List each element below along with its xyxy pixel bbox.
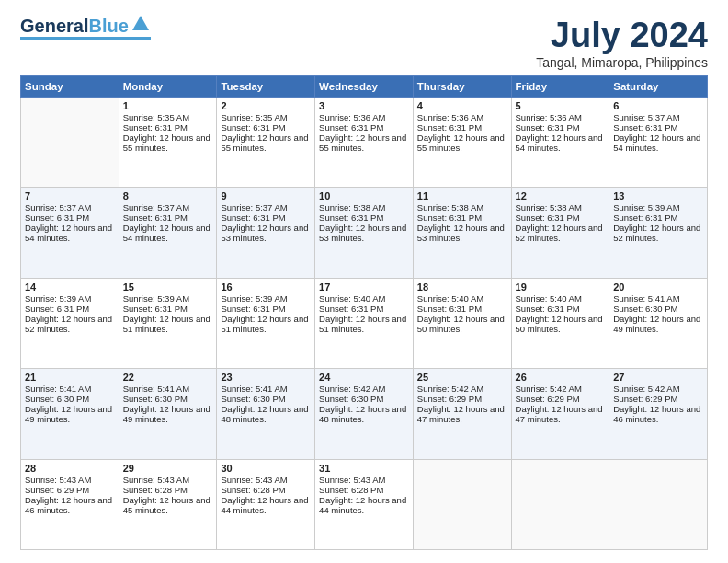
sunset-text: Sunset: 6:31 PM [319,122,409,132]
sunset-text: Sunset: 6:30 PM [613,304,703,314]
sunrise-text: Sunrise: 5:39 AM [221,293,311,304]
sunset-text: Sunset: 6:31 PM [516,122,606,132]
daylight-text: Daylight: 12 hours and 54 minutes. [613,132,703,153]
table-row: 18Sunrise: 5:40 AMSunset: 6:31 PMDayligh… [413,278,511,368]
sunset-text: Sunset: 6:31 PM [319,304,409,314]
table-row: 19Sunrise: 5:40 AMSunset: 6:31 PMDayligh… [511,278,609,368]
daylight-text: Daylight: 12 hours and 46 minutes. [25,495,115,515]
col-monday: Monday [119,75,217,97]
sunrise-text: Sunrise: 5:36 AM [516,112,606,122]
sunset-text: Sunset: 6:29 PM [516,394,606,404]
sunrise-text: Sunrise: 5:36 AM [319,112,409,122]
table-row: 20Sunrise: 5:41 AMSunset: 6:30 PMDayligh… [609,278,708,368]
sunset-text: Sunset: 6:31 PM [417,304,507,314]
day-number: 27 [613,372,703,383]
sunrise-text: Sunrise: 5:40 AM [516,293,606,304]
sunset-text: Sunset: 6:31 PM [123,304,213,314]
daylight-text: Daylight: 12 hours and 47 minutes. [516,404,606,424]
col-tuesday: Tuesday [217,75,315,97]
sunrise-text: Sunrise: 5:43 AM [25,475,115,485]
calendar-week-row: 14Sunrise: 5:39 AMSunset: 6:31 PMDayligh… [21,278,708,368]
logo-underline [20,37,151,40]
sunrise-text: Sunrise: 5:42 AM [516,384,606,394]
table-row: 11Sunrise: 5:38 AMSunset: 6:31 PMDayligh… [413,188,511,278]
sunrise-text: Sunrise: 5:43 AM [221,475,311,485]
table-row: 8Sunrise: 5:37 AMSunset: 6:31 PMDaylight… [119,188,217,278]
sunrise-text: Sunrise: 5:39 AM [613,202,703,213]
sunrise-text: Sunrise: 5:38 AM [516,202,606,213]
sunrise-text: Sunrise: 5:38 AM [319,202,409,213]
table-row [609,459,708,549]
sunset-text: Sunset: 6:30 PM [123,394,213,404]
day-number: 16 [221,282,311,293]
table-row: 3Sunrise: 5:36 AMSunset: 6:31 PMDaylight… [315,97,414,187]
sunset-text: Sunset: 6:31 PM [613,213,703,223]
sunrise-text: Sunrise: 5:39 AM [123,293,213,304]
day-number: 12 [516,190,606,201]
daylight-text: Daylight: 12 hours and 51 minutes. [123,314,213,334]
page: GeneralBlue July 2024 Tangal, Mimaropa, … [0,0,728,563]
daylight-text: Daylight: 12 hours and 53 minutes. [319,223,409,243]
day-number: 14 [25,282,115,293]
col-wednesday: Wednesday [315,75,414,97]
daylight-text: Daylight: 12 hours and 53 minutes. [221,223,311,243]
day-number: 30 [221,463,311,474]
sunset-text: Sunset: 6:31 PM [221,122,311,132]
sunset-text: Sunset: 6:28 PM [123,485,213,495]
daylight-text: Daylight: 12 hours and 44 minutes. [319,495,409,515]
calendar-header-row: Sunday Monday Tuesday Wednesday Thursday… [21,75,708,97]
sunrise-text: Sunrise: 5:36 AM [417,112,507,122]
sunset-text: Sunset: 6:31 PM [417,213,507,223]
daylight-text: Daylight: 12 hours and 50 minutes. [516,314,606,334]
day-number: 23 [221,372,311,383]
sunset-text: Sunset: 6:31 PM [516,213,606,223]
daylight-text: Daylight: 12 hours and 44 minutes. [221,495,311,515]
sunrise-text: Sunrise: 5:42 AM [319,384,409,394]
daylight-text: Daylight: 12 hours and 52 minutes. [25,314,115,334]
daylight-text: Daylight: 12 hours and 45 minutes. [123,495,213,515]
svg-marker-0 [132,16,149,30]
day-number: 25 [417,372,507,383]
daylight-text: Daylight: 12 hours and 46 minutes. [613,404,703,424]
sunset-text: Sunset: 6:31 PM [123,122,213,132]
sunset-text: Sunset: 6:30 PM [25,394,115,404]
table-row [511,459,609,549]
table-row [21,97,119,187]
sunrise-text: Sunrise: 5:40 AM [319,293,409,304]
sunrise-text: Sunrise: 5:41 AM [25,384,115,394]
daylight-text: Daylight: 12 hours and 51 minutes. [319,314,409,334]
day-number: 1 [123,100,213,111]
table-row: 25Sunrise: 5:42 AMSunset: 6:29 PMDayligh… [413,369,511,459]
sunset-text: Sunset: 6:30 PM [221,394,311,404]
sunset-text: Sunset: 6:29 PM [417,394,507,404]
day-number: 28 [25,463,115,474]
day-number: 20 [613,282,703,293]
table-row [413,459,511,549]
table-row: 17Sunrise: 5:40 AMSunset: 6:31 PMDayligh… [315,278,414,368]
day-number: 3 [319,100,409,111]
daylight-text: Daylight: 12 hours and 55 minutes. [123,132,213,153]
sunrise-text: Sunrise: 5:37 AM [221,202,311,213]
table-row: 12Sunrise: 5:38 AMSunset: 6:31 PMDayligh… [511,188,609,278]
sunrise-text: Sunrise: 5:37 AM [123,202,213,213]
daylight-text: Daylight: 12 hours and 52 minutes. [613,223,703,243]
day-number: 29 [123,463,213,474]
col-sunday: Sunday [21,75,119,97]
daylight-text: Daylight: 12 hours and 54 minutes. [516,132,606,153]
day-number: 22 [123,372,213,383]
sunset-text: Sunset: 6:29 PM [613,394,703,404]
daylight-text: Daylight: 12 hours and 52 minutes. [516,223,606,243]
daylight-text: Daylight: 12 hours and 47 minutes. [417,404,507,424]
logo-blue: Blue [88,16,128,36]
table-row: 15Sunrise: 5:39 AMSunset: 6:31 PMDayligh… [119,278,217,368]
day-number: 4 [417,100,507,111]
calendar-week-row: 21Sunrise: 5:41 AMSunset: 6:30 PMDayligh… [21,369,708,459]
logo-icon [131,14,151,34]
sunset-text: Sunset: 6:30 PM [319,394,409,404]
table-row: 21Sunrise: 5:41 AMSunset: 6:30 PMDayligh… [21,369,119,459]
title-block: July 2024 Tangal, Mimaropa, Philippines [536,17,708,70]
sunrise-text: Sunrise: 5:35 AM [221,112,311,122]
table-row: 16Sunrise: 5:39 AMSunset: 6:31 PMDayligh… [217,278,315,368]
col-thursday: Thursday [413,75,511,97]
sunset-text: Sunset: 6:31 PM [221,304,311,314]
